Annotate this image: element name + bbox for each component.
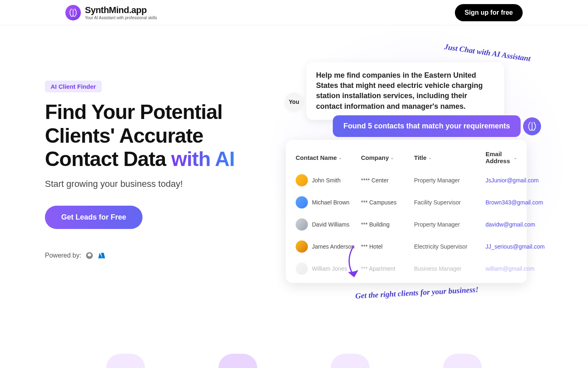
hero-illustration: Just Chat with AI Assistant You Help me … bbox=[274, 25, 543, 312]
logo[interactable]: SynthMind.app Your AI Assistant with pro… bbox=[65, 5, 157, 20]
ai-avatar-icon bbox=[523, 117, 541, 135]
feature-cards-row bbox=[0, 354, 588, 368]
chevron-down-icon: ⌄ bbox=[514, 155, 517, 160]
you-label: You bbox=[289, 99, 299, 105]
table-row[interactable]: Michael Brown *** Campuses Facility Supe… bbox=[286, 191, 527, 213]
avatar bbox=[296, 218, 308, 231]
powered-by: Powered by: bbox=[45, 251, 274, 260]
hero-subheading: Start growing your business today! bbox=[45, 179, 274, 189]
chevron-down-icon: ⌄ bbox=[339, 155, 342, 160]
avatar bbox=[296, 263, 308, 275]
ai-chat-bubble: Found 5 contacts that match your require… bbox=[333, 115, 521, 137]
logo-title: SynthMind.app bbox=[85, 5, 157, 16]
feature-card-blob bbox=[106, 354, 145, 368]
table-row[interactable]: David Williams *** Building Property Man… bbox=[286, 213, 527, 236]
headline-accent: with AI bbox=[171, 148, 234, 171]
chevron-down-icon: ⌄ bbox=[390, 155, 394, 160]
page-header: SynthMind.app Your AI Assistant with pro… bbox=[0, 0, 588, 25]
signup-button[interactable]: Sign up for free bbox=[455, 4, 523, 21]
avatar bbox=[296, 240, 308, 253]
avatar bbox=[296, 196, 308, 209]
hero-copy: AI Client Finder Find Your Potential Cli… bbox=[45, 25, 274, 312]
contacts-table: Contact Name⌄ Company⌄ Title⌄ Email Addr… bbox=[286, 140, 527, 283]
you-avatar: You bbox=[285, 93, 303, 111]
user-chat-bubble: Help me find companies in the Eastern Un… bbox=[306, 62, 504, 120]
table-row[interactable]: John Smith **** Center Property Manager … bbox=[286, 169, 527, 191]
openai-icon bbox=[85, 251, 94, 260]
table-header-row: Contact Name⌄ Company⌄ Title⌄ Email Addr… bbox=[286, 146, 527, 169]
get-leads-button[interactable]: Get Leads for Free bbox=[45, 206, 143, 229]
brain-icon bbox=[65, 5, 81, 20]
chevron-down-icon: ⌄ bbox=[428, 155, 432, 160]
powered-by-label: Powered by: bbox=[45, 252, 81, 259]
logo-text: SynthMind.app Your AI Assistant with pro… bbox=[85, 5, 157, 20]
feature-card-blob bbox=[218, 354, 257, 368]
azure-icon bbox=[98, 251, 106, 260]
arrow-bottom-icon bbox=[341, 245, 370, 283]
column-header-company[interactable]: Company⌄ bbox=[361, 154, 414, 161]
avatar bbox=[296, 174, 308, 186]
table-row[interactable]: William Jones *** Apartment Business Man… bbox=[286, 258, 527, 280]
feature-card-blob bbox=[443, 354, 482, 368]
table-row[interactable]: James Anderson *** Hotel Electricity Sup… bbox=[286, 236, 527, 258]
logo-subtitle: Your AI Assistant with professional skil… bbox=[85, 16, 157, 20]
hero-section: AI Client Finder Find Your Potential Cli… bbox=[0, 25, 588, 312]
hero-headline: Find Your Potential Clients' Accurate Co… bbox=[45, 101, 274, 171]
column-header-title[interactable]: Title⌄ bbox=[414, 154, 486, 161]
product-badge: AI Client Finder bbox=[45, 81, 102, 92]
column-header-name[interactable]: Contact Name⌄ bbox=[296, 154, 361, 161]
column-header-email[interactable]: Email Address⌄ bbox=[486, 150, 517, 164]
feature-card-blob bbox=[331, 354, 370, 368]
